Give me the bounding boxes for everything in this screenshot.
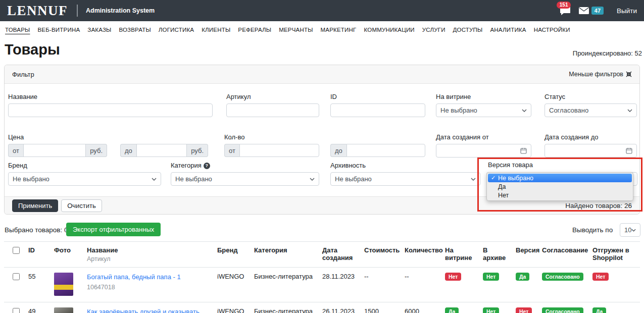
price-to-input[interactable] xyxy=(136,144,187,157)
col-name-sub: Артикул xyxy=(87,255,213,263)
qty-to-input[interactable] xyxy=(346,144,425,157)
col-archive: В архиве xyxy=(483,246,516,263)
version-dropdown-list: ✓ Не выбрано Да Нет xyxy=(486,172,633,201)
export-filtered-button[interactable]: Экспорт отфильтрованных xyxy=(66,223,161,236)
logo-divider xyxy=(77,5,78,17)
brand-filter-select[interactable]: Не выбрано xyxy=(8,172,161,186)
calendar-icon xyxy=(626,147,632,154)
nav-item-referaly[interactable]: РЕФЕРАЛЫ xyxy=(238,27,271,33)
clear-button[interactable]: Очистить xyxy=(61,199,102,212)
select-all-checkbox[interactable] xyxy=(13,247,20,254)
col-name-title: Название xyxy=(87,246,213,254)
calendar-icon xyxy=(520,147,527,154)
cell-created: 28.11.2023 xyxy=(322,273,364,296)
category-filter-label-text: Категория xyxy=(171,162,202,169)
nav-item-kommunikacii[interactable]: КОММУНИКАЦИИ xyxy=(364,27,414,33)
vitrina-filter-select[interactable]: Не выбрано xyxy=(436,103,531,117)
nav-item-logistika[interactable]: ЛОГИСТИКА xyxy=(159,27,194,33)
col-vitrina: На витрине xyxy=(445,246,483,263)
sku-filter-input[interactable] xyxy=(226,103,319,117)
app-subtitle: Administration System xyxy=(86,7,155,14)
id-filter-input[interactable] xyxy=(330,103,425,117)
name-filter-input[interactable] xyxy=(8,103,213,117)
product-photo[interactable] xyxy=(54,307,73,313)
qty-from-input[interactable] xyxy=(239,144,319,157)
cell-qty: 6000 xyxy=(405,307,445,313)
less-filters-button[interactable]: Меньше фильтров xyxy=(569,71,632,78)
per-page-select[interactable]: 10 xyxy=(620,223,640,237)
product-link[interactable]: Как завоёвывать друзей и оказывать влиян… xyxy=(87,307,213,313)
qty-to-prefix: до xyxy=(330,144,346,157)
chevron-down-icon xyxy=(471,178,476,181)
archive-filter-select[interactable]: Не выбрано xyxy=(330,172,480,186)
version-option-label: Да xyxy=(498,183,506,190)
version-option-ne-vybrano[interactable]: ✓ Не выбрано xyxy=(488,174,632,182)
col-name: Название Артикул xyxy=(87,246,217,263)
archive-badge: Нет xyxy=(483,307,499,313)
nav-item-uslugi[interactable]: УСЛУГИ xyxy=(422,27,445,33)
col-shoppilot: Отгружен в Shoppilot xyxy=(592,246,640,263)
logout-link[interactable]: Выйти xyxy=(617,7,637,15)
nav-item-dostupy[interactable]: ДОСТУПЫ xyxy=(453,27,483,33)
cell-id: 49 xyxy=(24,307,54,313)
selected-count: Выбрано товаров: 0 xyxy=(5,226,68,234)
topbar-right: 151 47 Выйти xyxy=(560,6,637,16)
nav-item-vozvraty[interactable]: ВОЗВРАТЫ xyxy=(119,27,151,33)
archive-badge: Нет xyxy=(483,273,499,281)
compress-icon xyxy=(626,71,632,77)
sku-filter-label: Артикул xyxy=(226,93,251,100)
nav-item-veb-vitrina[interactable]: ВЕБ-ВИТРИНА xyxy=(37,27,80,33)
approval-badge: Согласовано xyxy=(542,307,583,313)
check-icon: ✓ xyxy=(491,175,498,181)
cell-qty: -- xyxy=(405,273,445,296)
nav-item-tovary[interactable]: ТОВАРЫ xyxy=(5,27,30,33)
cell-created: 26.11.2023 xyxy=(322,307,364,313)
cell-brand: iWENGO xyxy=(217,273,254,296)
table-header-row: ID Фото Название Артикул Бренд Категория… xyxy=(4,241,640,268)
col-created: Дата создания xyxy=(322,246,364,263)
col-approval: Согласование xyxy=(542,246,592,263)
product-photo[interactable] xyxy=(54,273,73,296)
nav-item-nastroyki[interactable]: НАСТРОЙКИ xyxy=(534,27,570,33)
col-category: Категория xyxy=(254,246,322,263)
col-photo: Фото xyxy=(54,246,87,263)
nav-item-marketing[interactable]: МАРКЕТИНГ xyxy=(321,27,357,33)
nav-item-analitika[interactable]: АНАЛИТИКА xyxy=(490,27,526,33)
category-filter-label: Категория? xyxy=(171,162,210,169)
mail-button[interactable]: 47 xyxy=(579,7,604,15)
version-option-label: Не выбрано xyxy=(498,175,533,182)
nav-item-klienty[interactable]: КЛИЕНТЫ xyxy=(202,27,230,33)
help-icon[interactable]: ? xyxy=(204,163,210,169)
date-to-label: Дата создания до xyxy=(544,133,599,141)
version-option-da[interactable]: Да xyxy=(488,182,632,191)
per-page-value: 10 xyxy=(624,226,631,234)
filter-card: Фильтр Меньше фильтров Название Артикул … xyxy=(4,65,640,215)
nav-item-zakazy[interactable]: ЗАКАЗЫ xyxy=(87,27,111,33)
qty-from-prefix: от xyxy=(224,144,239,157)
chat-button[interactable]: 151 xyxy=(560,6,571,16)
product-link[interactable]: Богатый папа, бедный папа - 1 xyxy=(87,273,181,282)
filter-card-header: Фильтр Меньше фильтров xyxy=(5,65,639,84)
version-option-net[interactable]: Нет xyxy=(488,191,632,199)
row-checkbox[interactable] xyxy=(13,308,20,313)
status-filter-select[interactable]: Согласовано xyxy=(544,103,637,117)
cell-id: 55 xyxy=(24,273,54,296)
cell-category: Бизнес-литература xyxy=(254,307,322,313)
vitrina-badge: Да xyxy=(445,307,459,313)
date-from-input[interactable] xyxy=(436,144,531,158)
table-row: 55 Богатый папа, бедный папа - 1 1064701… xyxy=(4,268,640,302)
row-checkbox[interactable] xyxy=(13,273,20,280)
price-to-prefix: до xyxy=(120,144,136,157)
name-filter-label: Название xyxy=(8,93,37,100)
col-price: Стоимость xyxy=(364,246,405,263)
price-filter-label: Цена xyxy=(8,133,24,141)
price-from-input[interactable] xyxy=(23,144,86,157)
price-from-currency: руб. xyxy=(86,144,107,157)
nav-item-merchanty[interactable]: МЕРЧАНТЫ xyxy=(279,27,313,33)
archive-filter-label: Архивность xyxy=(330,162,366,169)
price-from-group: от руб. xyxy=(8,144,107,157)
category-filter-select[interactable]: Не выбрано xyxy=(171,172,319,186)
cell-price: -- xyxy=(364,273,405,296)
apply-button[interactable]: Применить xyxy=(12,199,58,212)
date-to-input[interactable] xyxy=(544,144,637,158)
